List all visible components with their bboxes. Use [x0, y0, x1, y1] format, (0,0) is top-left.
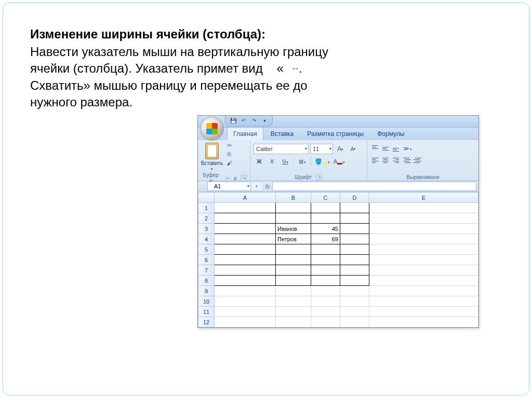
cell[interactable] — [215, 276, 276, 286]
row-header[interactable]: 9 — [198, 286, 215, 296]
row-header[interactable]: 6 — [198, 255, 215, 265]
cell[interactable] — [311, 255, 340, 265]
undo-icon[interactable]: ↶ — [240, 117, 247, 125]
cell[interactable] — [311, 213, 340, 224]
font-expand-icon[interactable]: ↘ — [316, 174, 322, 180]
fill-color-button[interactable]: 🪣 — [314, 157, 331, 166]
cell[interactable] — [369, 286, 478, 296]
qat-dropdown-icon[interactable]: ▾ — [261, 117, 268, 125]
font-size-input[interactable]: 11 — [310, 144, 333, 154]
cell[interactable] — [340, 213, 369, 224]
cell[interactable] — [340, 317, 369, 327]
cell[interactable] — [276, 307, 311, 317]
cell[interactable] — [215, 213, 276, 224]
format-painter-icon[interactable]: 🖌 — [225, 159, 233, 167]
office-button[interactable] — [200, 117, 224, 141]
font-name-input[interactable]: Calibri — [254, 144, 309, 154]
redo-icon[interactable]: ↷ — [250, 117, 258, 125]
cell[interactable] — [340, 307, 369, 317]
cell[interactable]: Иванов — [276, 224, 311, 234]
cell[interactable] — [215, 265, 276, 276]
clipboard-expand-icon[interactable]: ↘ — [241, 175, 247, 181]
cell[interactable] — [311, 286, 340, 296]
cell[interactable] — [369, 296, 478, 307]
row-header[interactable]: 7 — [198, 265, 215, 276]
decrease-indent-button[interactable] — [402, 156, 411, 165]
tab-formulas[interactable]: Формулы — [371, 127, 410, 140]
cell[interactable]: 45 — [311, 224, 340, 234]
font-color-button[interactable]: A — [332, 157, 346, 166]
paste-button[interactable]: Вставить ▾ — [201, 142, 223, 171]
increase-font-button[interactable]: A▴ — [335, 144, 346, 154]
fx-icon[interactable]: fx — [263, 183, 272, 189]
row-header[interactable]: 8 — [198, 276, 215, 286]
cell[interactable] — [215, 234, 276, 244]
row-header[interactable]: 2 — [198, 213, 215, 224]
select-all-button[interactable] — [198, 193, 215, 203]
cell[interactable] — [340, 265, 369, 276]
cell[interactable] — [215, 307, 276, 317]
cell[interactable] — [276, 203, 311, 213]
cell[interactable] — [311, 317, 340, 327]
cell[interactable] — [276, 244, 311, 255]
row-header[interactable]: 11 — [198, 307, 215, 317]
name-box[interactable]: A1 — [207, 182, 251, 191]
name-box-expand-icon[interactable]: ● — [251, 182, 263, 191]
copy-icon[interactable]: ⎘ — [225, 150, 233, 158]
tab-home[interactable]: Главная — [227, 127, 263, 140]
cell[interactable] — [215, 244, 276, 255]
cell[interactable] — [340, 224, 369, 234]
row-header[interactable]: 3 — [198, 224, 215, 234]
row-header[interactable]: 10 — [198, 296, 215, 307]
cell[interactable] — [276, 317, 311, 327]
cell[interactable]: 69 — [311, 234, 340, 244]
col-header-b[interactable]: B — [276, 193, 311, 203]
cell[interactable] — [276, 286, 311, 296]
align-middle-button[interactable] — [381, 144, 390, 153]
align-top-button[interactable] — [370, 144, 380, 153]
cell[interactable] — [311, 307, 340, 317]
increase-indent-button[interactable] — [412, 156, 421, 165]
cell[interactable] — [311, 244, 340, 255]
underline-button[interactable]: Ч — [280, 157, 291, 166]
cell[interactable] — [369, 317, 478, 327]
cell[interactable] — [369, 213, 478, 224]
cell[interactable] — [311, 265, 340, 276]
cell[interactable] — [215, 286, 276, 296]
cell[interactable] — [311, 203, 340, 213]
cell[interactable] — [340, 203, 369, 213]
align-center-button[interactable] — [381, 156, 390, 165]
cell[interactable] — [340, 255, 369, 265]
cell[interactable] — [340, 244, 369, 255]
cell[interactable] — [340, 276, 369, 286]
cell[interactable] — [215, 317, 276, 327]
cell[interactable] — [215, 296, 276, 307]
tab-insert[interactable]: Вставка — [264, 127, 300, 140]
cell[interactable] — [369, 276, 478, 286]
decrease-font-button[interactable]: A▾ — [348, 144, 359, 154]
italic-button[interactable]: К — [267, 157, 278, 166]
save-icon[interactable]: 💾 — [230, 117, 237, 125]
orientation-button[interactable]: ≫ — [402, 144, 413, 153]
cell[interactable] — [276, 276, 311, 286]
cell[interactable] — [369, 203, 478, 213]
cell[interactable] — [276, 296, 311, 307]
cut-icon[interactable]: ✂ — [225, 142, 233, 149]
cell[interactable] — [311, 296, 340, 307]
cell[interactable] — [369, 307, 478, 317]
bold-button[interactable]: Ж — [254, 157, 265, 166]
cell[interactable] — [369, 234, 478, 244]
tab-page-layout[interactable]: Разметка страницы — [301, 127, 370, 140]
cell[interactable] — [369, 255, 478, 265]
cell[interactable] — [215, 224, 276, 234]
cell[interactable] — [369, 244, 478, 255]
cell[interactable] — [276, 213, 311, 224]
cell[interactable]: Петров — [276, 234, 311, 244]
cell[interactable] — [276, 265, 311, 276]
cell[interactable] — [340, 296, 369, 307]
cell[interactable] — [311, 276, 340, 286]
row-header[interactable]: 4 — [198, 234, 215, 244]
align-bottom-button[interactable] — [391, 144, 401, 153]
formula-input[interactable] — [272, 182, 476, 191]
col-header-c[interactable]: C — [311, 193, 340, 203]
